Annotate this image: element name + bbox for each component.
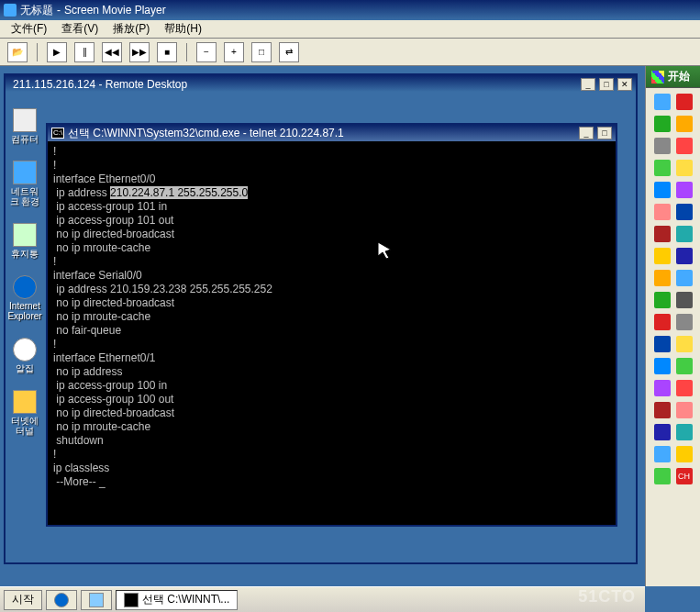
cmd-max-button[interactable]: □ xyxy=(597,127,612,139)
cmd-icon: C:\ xyxy=(51,128,64,139)
terminal-output: ! ! interface Ethernet0/0 ip address 210… xyxy=(48,141,616,493)
tray-lang-icon[interactable]: CH xyxy=(676,468,693,484)
tray-icon[interactable] xyxy=(676,94,693,110)
icon-network[interactable]: 네트워크 환경 xyxy=(9,161,40,206)
tray-icon[interactable] xyxy=(676,402,693,418)
icon-ie[interactable]: Internet Explorer xyxy=(9,275,40,321)
tray-icon[interactable] xyxy=(676,446,693,462)
app-title-suffix: Screen Movie Player xyxy=(64,4,166,17)
main-area: 211.115.216.124 - Remote Desktop _ □ ✕ 컴… xyxy=(0,66,645,586)
tb-zoom-in-button[interactable]: + xyxy=(224,42,244,62)
tray-icon[interactable] xyxy=(654,94,671,110)
tray-icon[interactable] xyxy=(676,204,693,220)
tray-icon[interactable] xyxy=(676,270,693,286)
tray-icon[interactable] xyxy=(676,314,693,330)
tray-icon[interactable] xyxy=(654,424,671,440)
tray-icon[interactable] xyxy=(654,160,671,176)
tray-icon[interactable] xyxy=(676,358,693,374)
tb-play-button[interactable]: ▶ xyxy=(47,42,67,62)
tray-icon[interactable] xyxy=(654,358,671,374)
app-titlebar: 无标题 - Screen Movie Player xyxy=(0,0,700,20)
tray-icon[interactable] xyxy=(676,248,693,264)
highlighted-ip: 210.224.87.1 255.255.255.0 xyxy=(110,186,248,199)
tray-icon[interactable] xyxy=(676,160,693,176)
cmd-window[interactable]: C:\ 선택 C:\WINNT\System32\cmd.exe - telne… xyxy=(46,123,617,527)
tray-icon[interactable] xyxy=(676,292,693,308)
taskbar-cmd-label: 선택 C:\WINNT\... xyxy=(142,592,229,607)
tb-next-button[interactable]: ▶▶ xyxy=(129,42,150,62)
rd-titlebar[interactable]: 211.115.216.124 - Remote Desktop _ □ ✕ xyxy=(6,75,636,94)
tray-icon[interactable] xyxy=(654,116,671,132)
tray-grid: CH xyxy=(646,88,700,490)
tray-icon[interactable] xyxy=(654,336,671,352)
tb-open-button[interactable]: 📂 xyxy=(7,42,28,62)
app-title-prefix: 无标题 xyxy=(20,3,53,18)
taskbar-cmd-task[interactable]: 선택 C:\WINNT\... xyxy=(116,590,238,610)
desktop-icons: 컴퓨터 네트워크 환경 휴지통 Internet Explorer 알집 터넷에… xyxy=(9,108,40,436)
tray-icon[interactable] xyxy=(654,292,671,308)
tb-sep xyxy=(37,43,38,61)
tray-icon[interactable] xyxy=(654,248,671,264)
tray-icon[interactable] xyxy=(654,226,671,242)
tb-prev-button[interactable]: ◀◀ xyxy=(102,42,122,62)
tray-icon[interactable] xyxy=(676,116,693,132)
app-icon xyxy=(4,4,17,17)
tb-zoom-out-button[interactable]: − xyxy=(196,42,217,62)
dock-start[interactable]: 开始 xyxy=(646,66,700,88)
quicklaunch-desktop[interactable] xyxy=(81,590,112,610)
tray-icon[interactable] xyxy=(676,424,693,440)
cmd-min-button[interactable]: _ xyxy=(579,127,594,139)
menu-help[interactable]: 帮助(H) xyxy=(159,19,207,39)
menu-file[interactable]: 文件(F) xyxy=(6,19,52,39)
tray-icon[interactable] xyxy=(654,138,671,154)
tray-icon[interactable] xyxy=(654,468,671,484)
tray-icon[interactable] xyxy=(676,182,693,198)
start-button[interactable]: 시작 xyxy=(4,590,42,610)
tray-icon[interactable] xyxy=(676,138,693,154)
tb-balance-button[interactable]: ⇄ xyxy=(279,42,299,62)
tray-icon[interactable] xyxy=(676,336,693,352)
right-dock: 开始 CH xyxy=(645,66,700,586)
dock-start-label: 开始 xyxy=(668,69,690,84)
menubar: 文件(F) 查看(V) 播放(P) 帮助(H) xyxy=(0,20,700,39)
menu-play[interactable]: 播放(P) xyxy=(107,19,155,39)
icon-tunnel[interactable]: 터넷에 터널 xyxy=(9,390,40,436)
tray-icon[interactable] xyxy=(676,380,693,396)
tray-icon[interactable] xyxy=(654,402,671,418)
tb-pause-button[interactable]: ‖ xyxy=(74,42,94,62)
tb-restore-button[interactable]: □ xyxy=(251,42,272,62)
cmd-titlebar[interactable]: C:\ 선택 C:\WINNT\System32\cmd.exe - telne… xyxy=(48,125,616,141)
icon-recycle[interactable]: 휴지통 xyxy=(9,223,40,259)
icon-my-computer[interactable]: 컴퓨터 xyxy=(9,108,40,144)
rd-min-button[interactable]: _ xyxy=(581,78,595,91)
tray-icon[interactable] xyxy=(654,204,671,220)
cmd-task-icon xyxy=(124,593,139,607)
rd-close-button[interactable]: ✕ xyxy=(617,78,632,91)
taskbar: 시작 선택 C:\WINNT\... xyxy=(0,586,645,612)
tray-icon[interactable] xyxy=(654,182,671,198)
menu-view[interactable]: 查看(V) xyxy=(56,19,104,39)
toolbar: 📂 ▶ ‖ ◀◀ ▶▶ ■ − + □ ⇄ xyxy=(0,39,700,66)
rd-max-button[interactable]: □ xyxy=(599,78,614,91)
tray-icon[interactable] xyxy=(654,314,671,330)
tb-sep2 xyxy=(186,43,187,61)
quicklaunch-ie[interactable] xyxy=(46,590,77,610)
tray-icon[interactable] xyxy=(654,446,671,462)
tray-icon[interactable] xyxy=(676,226,693,242)
windows-logo-icon xyxy=(651,71,664,83)
remote-desktop-window: 211.115.216.124 - Remote Desktop _ □ ✕ 컴… xyxy=(4,73,638,564)
tray-icon[interactable] xyxy=(654,270,671,286)
tray-icon[interactable] xyxy=(654,380,671,396)
remote-desktop-desktop[interactable]: 컴퓨터 네트워크 환경 휴지통 Internet Explorer 알집 터넷에… xyxy=(6,94,636,562)
rd-title: 211.115.216.124 - Remote Desktop xyxy=(13,78,187,91)
cmd-title: 선택 C:\WINNT\System32\cmd.exe - telnet 21… xyxy=(68,126,344,141)
icon-alzip[interactable]: 알집 xyxy=(9,338,40,373)
tb-stop-button[interactable]: ■ xyxy=(157,42,177,62)
